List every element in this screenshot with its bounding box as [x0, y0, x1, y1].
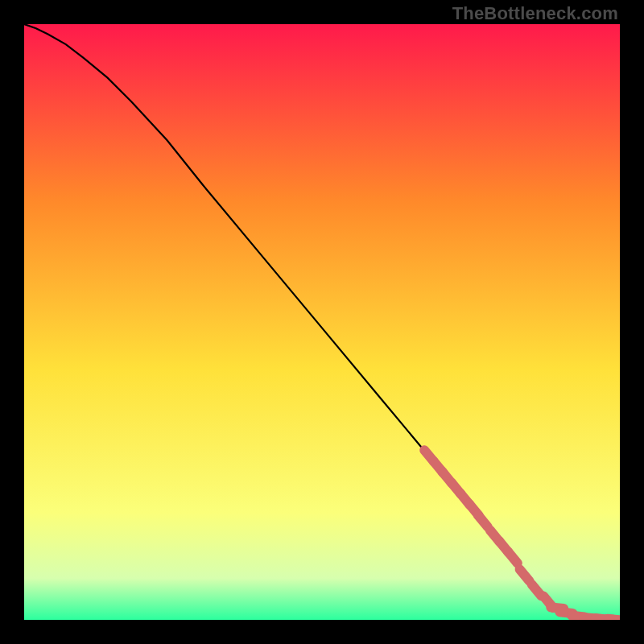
gradient-background — [24, 24, 620, 620]
data-point — [608, 619, 620, 620]
plot-area — [24, 24, 620, 620]
chart-frame: TheBottleneck.com — [0, 0, 644, 644]
watermark-text: TheBottleneck.com — [452, 3, 618, 24]
chart-svg — [24, 24, 620, 620]
